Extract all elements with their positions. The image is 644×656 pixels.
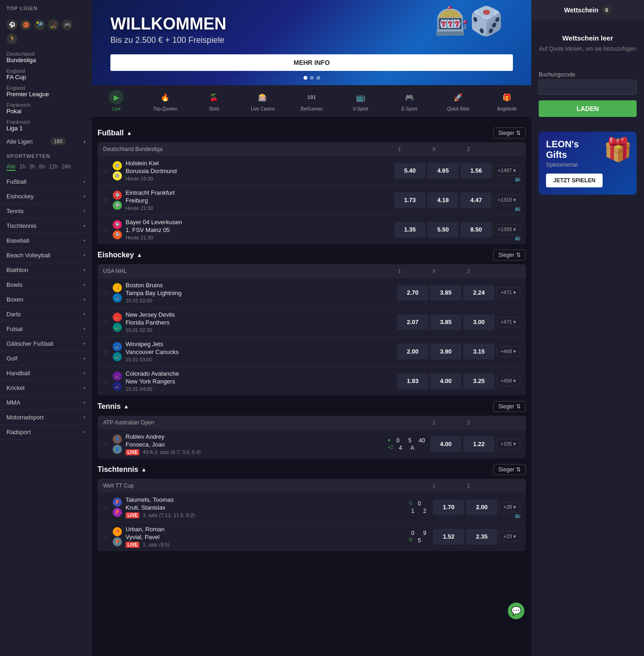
more-odds-button[interactable]: +1393 ▾ <box>494 224 520 235</box>
filter-3h[interactable]: 3h <box>29 163 35 171</box>
odd-2[interactable]: 3.00 <box>463 314 494 330</box>
odd-1[interactable]: 1.93 <box>397 373 428 389</box>
nav-angebote[interactable]: 🎁 Angebote <box>483 85 531 116</box>
sidebar-sport-beach-volleyball[interactable]: Beach Volleyball▾ <box>0 248 92 263</box>
more-odds-button[interactable]: +468 ▾ <box>496 346 520 357</box>
odd-1[interactable]: 5.40 <box>394 163 426 179</box>
odd-1[interactable]: 2.00 <box>397 344 428 360</box>
nav-slots[interactable]: 🍒 Slots <box>190 85 238 116</box>
alle-ligen-link[interactable]: Alle Ligen 180 › <box>0 134 92 149</box>
favorite-star[interactable]: ☆ <box>103 533 109 540</box>
more-odds-button[interactable]: +105 ▾ <box>496 439 520 449</box>
sidebar-item-bundesliga[interactable]: Deutschland Bundesliga <box>0 49 92 66</box>
sidebar-sport-biathlon[interactable]: Biathlon▾ <box>0 263 92 278</box>
filter-24h[interactable]: 24h <box>62 163 71 171</box>
more-odds-button[interactable]: +471 ▾ <box>496 317 520 327</box>
run-icon[interactable]: 🏃 <box>6 33 17 44</box>
favorite-star[interactable]: ☆ <box>103 377 109 385</box>
fussball-collapse[interactable]: ▲ <box>126 130 132 136</box>
odd-2[interactable]: 1.56 <box>460 163 492 179</box>
sidebar-sport-baseball[interactable]: Baseball▾ <box>0 233 92 248</box>
filter-alle[interactable]: Alle <box>6 163 16 171</box>
hero-cta-button[interactable]: MEHR INFO <box>110 54 513 71</box>
odd-1[interactable]: 1.52 <box>433 529 464 545</box>
sidebar-sport-motorradsport[interactable]: Motorradsport▾ <box>0 410 92 425</box>
tischtennis-sieger-button[interactable]: Sieger ⇅ <box>493 464 526 475</box>
odd-x[interactable]: 5.50 <box>427 222 459 238</box>
nav-live[interactable]: ▶ Live <box>92 85 141 116</box>
odd-1[interactable]: 2.07 <box>397 314 428 330</box>
sidebar-item-premier-league[interactable]: England Premier League <box>0 83 92 100</box>
odd-x[interactable]: 3.85 <box>430 285 461 301</box>
odd-2[interactable]: 2.35 <box>466 529 497 545</box>
odd-2[interactable]: 3.25 <box>463 373 494 389</box>
hero-dot-3[interactable] <box>316 76 320 80</box>
odd-x[interactable]: 4.18 <box>427 192 459 208</box>
tennis-sieger-button[interactable]: Sieger ⇅ <box>493 401 526 412</box>
favorite-star[interactable]: ☆ <box>103 319 109 326</box>
nav-betgames[interactable]: 101 BetGames <box>287 85 336 116</box>
nav-vsport[interactable]: 📺 V-Sport <box>336 85 385 116</box>
odd-2[interactable]: 8.50 <box>460 222 492 238</box>
sidebar-item-liga1[interactable]: Frankreich Liga 1 <box>0 117 92 134</box>
odd-1[interactable]: 1.35 <box>394 222 426 238</box>
sidebar-sport-tennis[interactable]: Tennis▾ <box>0 204 92 219</box>
nav-esport[interactable]: 🎮 E-Sport <box>385 85 434 116</box>
tennis-icon[interactable]: 🎾 <box>34 19 45 30</box>
sidebar-sport-darts[interactable]: Darts▾ <box>0 307 92 322</box>
favorite-star[interactable]: ☆ <box>103 348 109 355</box>
favorite-star[interactable]: ☆ <box>103 197 109 204</box>
favorite-star[interactable]: ☆ <box>103 504 109 511</box>
sidebar-item-frankreich-pokal[interactable]: Frankreich Pokal <box>0 100 92 117</box>
filter-6h[interactable]: 6h <box>39 163 45 171</box>
odd-x[interactable]: 3.90 <box>430 344 461 360</box>
more-odds-button[interactable]: +23 ▾ <box>499 531 520 542</box>
sidebar-sport-golf[interactable]: Golf▾ <box>0 351 92 366</box>
sidebar-sport-tischtennis[interactable]: Tischtennis▾ <box>0 219 92 233</box>
eishockey-sieger-button[interactable]: Sieger ⇅ <box>493 250 526 261</box>
more-odds-button[interactable]: +1319 ▾ <box>494 195 520 205</box>
hero-dot-2[interactable] <box>310 76 314 80</box>
hero-dot-1[interactable] <box>304 76 307 80</box>
nav-top-quoten[interactable]: 🔥 Top-Quoten <box>141 85 190 116</box>
sidebar-sport-fussball[interactable]: Fußball▾ <box>0 174 92 189</box>
nav-quick-bets[interactable]: 🚀 Quick Bets <box>434 85 483 116</box>
esport-icon[interactable]: 🎮 <box>62 19 73 30</box>
odd-2[interactable]: 1.22 <box>463 436 494 452</box>
odd-x[interactable]: 4.65 <box>427 163 459 179</box>
sidebar-sport-kricket[interactable]: Kricket▾ <box>0 381 92 395</box>
odd-x[interactable]: 3.85 <box>430 314 461 330</box>
fussball-sieger-button[interactable]: Sieger ⇅ <box>493 128 526 139</box>
hockey-icon[interactable]: 🏒 <box>48 19 59 30</box>
buchungscode-input[interactable] <box>539 80 637 95</box>
odd-2[interactable]: 3.15 <box>463 344 494 360</box>
odd-1[interactable]: 4.00 <box>430 436 461 452</box>
laden-button[interactable]: LADEN <box>539 100 637 117</box>
eishockey-collapse[interactable]: ▲ <box>137 252 142 258</box>
favorite-star[interactable]: ☆ <box>103 289 109 296</box>
favorite-star[interactable]: ☆ <box>103 226 109 233</box>
filter-12h[interactable]: 12h <box>49 163 58 171</box>
soccer-icon[interactable]: ⚽ <box>6 19 17 30</box>
sidebar-sport-mma[interactable]: MMA▾ <box>0 395 92 410</box>
favorite-star[interactable]: ☆ <box>103 167 109 174</box>
chat-bubble[interactable]: 💬 <box>508 603 524 619</box>
sidebar-sport-handball[interactable]: Handball▾ <box>0 366 92 381</box>
odd-2[interactable]: 2.00 <box>466 499 497 515</box>
odd-1[interactable]: 1.70 <box>433 499 464 515</box>
more-odds-button[interactable]: +471 ▾ <box>496 287 520 298</box>
basketball-icon[interactable]: 🏀 <box>20 19 31 30</box>
more-odds-button[interactable]: +28 ▾ <box>499 502 520 512</box>
filter-1h[interactable]: 1h <box>19 163 25 171</box>
sidebar-item-fa-cup[interactable]: England FA Cup <box>0 66 92 83</box>
odd-1[interactable]: 2.70 <box>397 285 428 301</box>
odd-2[interactable]: 4.47 <box>460 192 492 208</box>
more-odds-button[interactable]: +458 ▾ <box>496 376 520 386</box>
sidebar-sport-futsal[interactable]: Futsal▾ <box>0 322 92 337</box>
promo-play-button[interactable]: JETZT SPIELEN <box>546 174 603 187</box>
more-odds-button[interactable]: +1487 ▾ <box>494 165 520 176</box>
odd-x[interactable]: 4.00 <box>430 373 461 389</box>
odd-1[interactable]: 1.73 <box>394 192 426 208</box>
favorite-star[interactable]: ☆ <box>103 441 109 448</box>
sidebar-sport-eishockey[interactable]: Eishockey▾ <box>0 189 92 204</box>
